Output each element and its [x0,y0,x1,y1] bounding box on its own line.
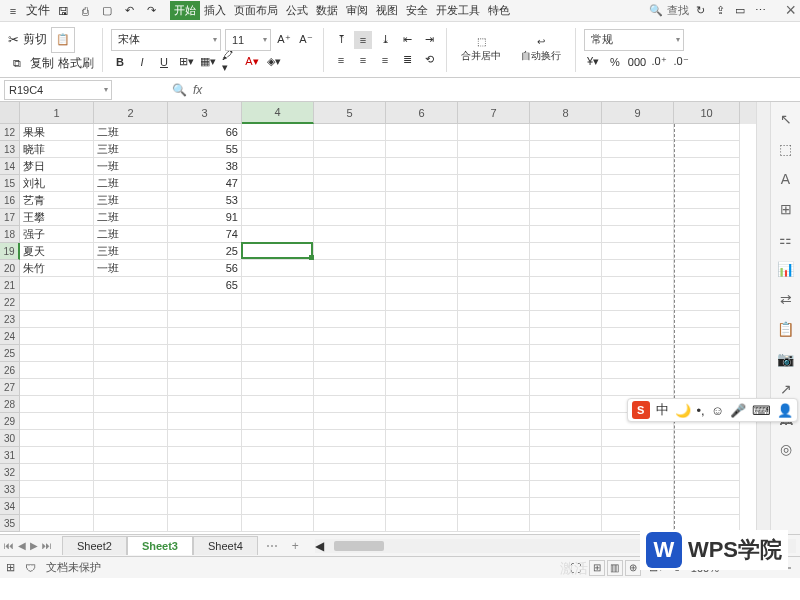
copy-label[interactable]: 复制 [30,55,54,72]
ribbon-tab-3[interactable]: 公式 [282,1,312,20]
doc-mode-icon[interactable]: ⊞ [6,561,15,574]
cell[interactable] [242,192,314,209]
cell[interactable] [242,124,314,141]
italic-button[interactable]: I [133,53,151,71]
align-left-icon[interactable]: ≡ [332,51,350,69]
cell[interactable] [314,260,386,277]
tab-last-icon[interactable]: ⏭ [42,540,52,551]
cell[interactable] [242,345,314,362]
row-header[interactable]: 20 [0,260,20,277]
pagebreak-view-icon[interactable]: ▥ [607,560,623,576]
cell[interactable] [530,158,602,175]
cell[interactable] [602,141,674,158]
share-icon[interactable]: ⇪ [711,2,729,20]
cell[interactable] [94,362,168,379]
ribbon-tab-6[interactable]: 视图 [372,1,402,20]
cell[interactable] [530,498,602,515]
cell[interactable] [458,515,530,532]
cell[interactable]: 55 [168,141,242,158]
cell[interactable] [458,192,530,209]
cell[interactable] [674,243,740,260]
cell[interactable] [94,396,168,413]
cell[interactable] [458,362,530,379]
cell[interactable] [458,124,530,141]
cell[interactable] [242,515,314,532]
cell[interactable] [530,294,602,311]
cell[interactable] [458,158,530,175]
col-header[interactable]: 8 [530,102,602,124]
apps-icon[interactable]: ⚏ [777,230,795,248]
cell[interactable] [602,158,674,175]
cell[interactable] [314,379,386,396]
cell[interactable] [458,328,530,345]
cell[interactable]: 56 [168,260,242,277]
row-header[interactable]: 27 [0,379,20,396]
more-icon[interactable]: ⋯ [751,2,769,20]
cell[interactable]: 47 [168,175,242,192]
cell[interactable] [168,328,242,345]
cell[interactable] [530,243,602,260]
cell[interactable] [602,345,674,362]
sheet-tab[interactable]: Sheet3 [127,536,193,555]
cell[interactable]: 一班 [94,260,168,277]
cell[interactable]: 三班 [94,141,168,158]
gear-icon[interactable]: ◎ [777,440,795,458]
cell[interactable]: 91 [168,209,242,226]
fx-icon[interactable]: fx [193,83,202,97]
cell[interactable] [674,158,740,175]
cell[interactable] [20,481,94,498]
cell[interactable] [458,379,530,396]
cell[interactable] [602,430,674,447]
cell[interactable]: 二班 [94,226,168,243]
row-header[interactable]: 21 [0,277,20,294]
cell[interactable] [458,498,530,515]
cell[interactable] [314,362,386,379]
cell[interactable] [386,226,458,243]
cell[interactable] [168,413,242,430]
table-tool-icon[interactable]: ⊞ [777,200,795,218]
cell[interactable] [386,294,458,311]
row-header[interactable]: 31 [0,447,20,464]
cell[interactable] [314,396,386,413]
cell[interactable] [530,141,602,158]
cell[interactable]: 晓菲 [20,141,94,158]
col-header[interactable]: 4 [242,102,314,124]
comma-icon[interactable]: 000 [628,53,646,71]
scroll-left-icon[interactable]: ◀ [315,539,324,553]
vertical-scrollbar[interactable] [756,102,770,534]
cell[interactable] [602,362,674,379]
cell[interactable] [458,260,530,277]
row-header[interactable]: 35 [0,515,20,532]
cell[interactable] [20,464,94,481]
cell[interactable] [530,396,602,413]
currency-icon[interactable]: ¥▾ [584,53,602,71]
copy-icon[interactable]: ⧉ [8,55,26,73]
cell[interactable] [458,447,530,464]
font-combo[interactable]: 宋体 [111,29,221,51]
ime-lang[interactable]: 中 [656,401,669,419]
row-header[interactable]: 28 [0,396,20,413]
cell[interactable] [94,413,168,430]
cell[interactable] [242,226,314,243]
row-header[interactable]: 23 [0,311,20,328]
cell[interactable] [242,243,314,260]
cell[interactable]: 65 [168,277,242,294]
cell[interactable] [314,175,386,192]
cell[interactable] [674,328,740,345]
save-icon[interactable]: 🖫 [54,2,72,20]
name-box[interactable]: R19C4 [4,80,112,100]
undo-icon[interactable]: ↶ [120,2,138,20]
cell[interactable] [314,413,386,430]
cell[interactable]: 二班 [94,209,168,226]
cell[interactable] [168,464,242,481]
cell[interactable]: 三班 [94,243,168,260]
cut-icon[interactable]: ✂ [8,32,19,47]
ribbon-tab-5[interactable]: 审阅 [342,1,372,20]
cell[interactable] [314,209,386,226]
cell[interactable] [530,515,602,532]
cell[interactable] [530,328,602,345]
cell[interactable] [386,192,458,209]
cell[interactable] [242,175,314,192]
sheet-tab[interactable]: Sheet2 [62,536,127,555]
col-header[interactable]: 3 [168,102,242,124]
